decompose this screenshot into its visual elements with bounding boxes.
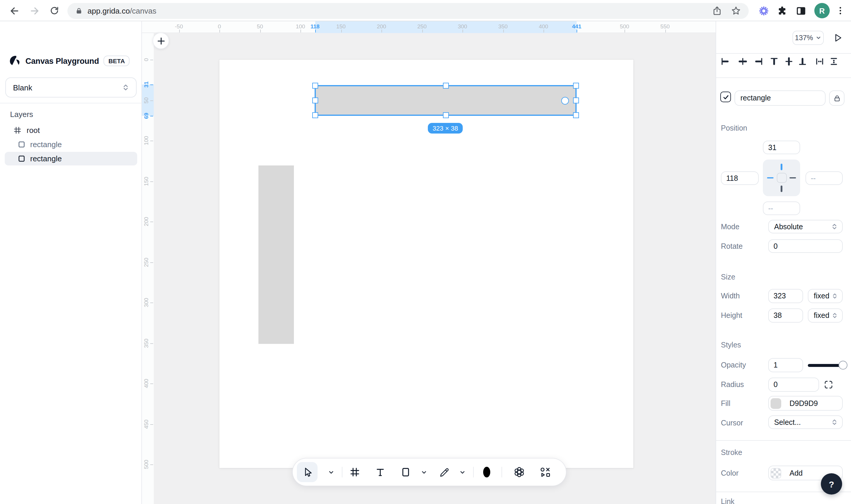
add-scene-button[interactable] (153, 33, 169, 49)
layer-item-root[interactable]: root (5, 124, 137, 137)
stroke-section-title: Stroke (721, 448, 742, 457)
position-top-input[interactable] (763, 141, 800, 154)
ruler-tick (381, 30, 382, 33)
cursor-tool-button[interactable] (302, 458, 313, 486)
rectangle-tool-button[interactable] (400, 458, 411, 486)
opacity-slider-thumb[interactable] (838, 361, 848, 370)
cursor-tool-dropdown[interactable] (328, 458, 334, 486)
text-tool-button[interactable] (375, 458, 385, 486)
selection-handle-ne[interactable] (573, 83, 579, 89)
address-bar[interactable]: app.grida.co/canvas (67, 3, 749, 19)
align-top-icon[interactable] (769, 57, 779, 66)
panel-divider (716, 440, 851, 441)
mode-label: Mode (721, 223, 740, 231)
side-panel-icon[interactable] (795, 5, 807, 17)
template-select[interactable]: Blank (5, 77, 137, 97)
ruler-label: 100 (143, 136, 149, 145)
browser-reload-icon[interactable] (49, 5, 60, 17)
ruler-tick (463, 30, 463, 33)
height-label: Height (721, 311, 742, 320)
selection-handle-e[interactable] (573, 97, 579, 103)
extension-burst-icon[interactable] (758, 5, 770, 17)
help-button[interactable]: ? (821, 473, 842, 494)
ruler-tick (150, 221, 153, 222)
pencil-tool-button[interactable] (438, 458, 450, 486)
rotate-label: Rotate (721, 242, 743, 251)
extensions-puzzle-icon[interactable] (777, 5, 788, 17)
height-unit-select[interactable]: fixed (808, 308, 843, 323)
browser-back-icon[interactable] (8, 5, 20, 17)
layer-visible-checkbox[interactable] (720, 92, 731, 102)
ai-assistant-button[interactable] (513, 458, 525, 486)
distribute-vertical-icon[interactable] (829, 57, 838, 66)
position-anchor-widget[interactable] (763, 160, 800, 196)
position-bottom-input[interactable] (763, 201, 800, 215)
independent-corners-button[interactable] (824, 380, 833, 389)
align-vertical-center-icon[interactable] (784, 57, 794, 66)
preview-play-button[interactable] (833, 33, 843, 43)
ruler-label: 300 (143, 298, 149, 307)
pencil-tool-icon (438, 467, 450, 478)
share-icon[interactable] (711, 5, 723, 17)
ruler-tick (150, 115, 153, 116)
ruler-label: 350 (143, 338, 149, 348)
corner-radius-handle[interactable] (561, 97, 569, 105)
distribute-horizontal-icon[interactable] (815, 57, 824, 66)
layer-name-input[interactable] (734, 90, 826, 106)
fill-color-field[interactable]: D9D9D9 (768, 396, 843, 411)
position-section-title: Position (721, 124, 747, 132)
selection-handle-s[interactable] (442, 112, 449, 118)
selection-handle-w[interactable] (312, 97, 318, 103)
browser-menu-icon[interactable] (835, 5, 847, 17)
anchor-right-tick (789, 177, 796, 179)
selected-rectangle[interactable] (315, 85, 577, 116)
frame-tool-button[interactable] (349, 458, 360, 486)
layer-name: rectangle (30, 154, 62, 163)
color-swatch-button[interactable] (480, 458, 493, 486)
selection-handle-se[interactable] (573, 112, 579, 118)
width-input[interactable] (768, 289, 803, 303)
rectangle-icon (18, 156, 25, 162)
layer-item-rectangle-selected[interactable]: rectangle (5, 152, 137, 165)
position-left-input[interactable] (721, 172, 759, 185)
ruler-tick (503, 30, 504, 33)
fill-value: D9D9D9 (789, 399, 838, 408)
align-horizontal-center-icon[interactable] (738, 57, 747, 66)
opacity-slider[interactable] (808, 364, 843, 367)
brand: Canvas Playground BETA (8, 54, 129, 67)
rectangle-shape[interactable] (258, 165, 294, 344)
selection-handle-nw[interactable] (312, 83, 318, 89)
canvas-viewport[interactable]: -50050100118150200250300350400441500550 … (142, 21, 716, 504)
layers-title: Layers (10, 110, 33, 119)
lock-button[interactable] (829, 90, 845, 106)
inspector-panel: 137% Pos (716, 21, 851, 504)
bookmark-star-icon[interactable] (730, 5, 742, 17)
shape-tool-dropdown[interactable] (421, 458, 427, 486)
rotate-input[interactable] (768, 239, 843, 253)
height-input[interactable] (768, 308, 803, 323)
layer-name: root (27, 126, 40, 135)
draw-tool-dropdown[interactable] (459, 458, 466, 486)
ruler-tick (625, 30, 625, 33)
width-unit-select[interactable]: fixed (808, 289, 843, 303)
opacity-input[interactable] (768, 358, 803, 372)
position-right-input[interactable] (805, 172, 843, 185)
cursor-select[interactable]: Select... (768, 415, 843, 429)
selection-handle-sw[interactable] (312, 112, 318, 118)
align-left-icon[interactable] (720, 57, 730, 66)
selection-handle-n[interactable] (442, 83, 449, 89)
playground-shapes-button[interactable] (540, 458, 551, 486)
template-select-value: Blank (13, 83, 122, 92)
sidebar-divider (0, 103, 142, 103)
layer-item-rectangle[interactable]: rectangle (5, 138, 137, 151)
ruler-tick (150, 100, 153, 101)
radius-input[interactable] (768, 378, 819, 392)
zoom-level-select[interactable]: 137% (793, 31, 824, 45)
avatar[interactable]: R (814, 3, 830, 18)
align-right-icon[interactable] (754, 57, 763, 66)
anchor-top-tick (781, 164, 782, 170)
browser-forward-icon[interactable] (29, 5, 40, 17)
cursor-icon (302, 467, 313, 478)
align-bottom-icon[interactable] (798, 57, 807, 66)
mode-select[interactable]: Absolute (768, 220, 843, 233)
